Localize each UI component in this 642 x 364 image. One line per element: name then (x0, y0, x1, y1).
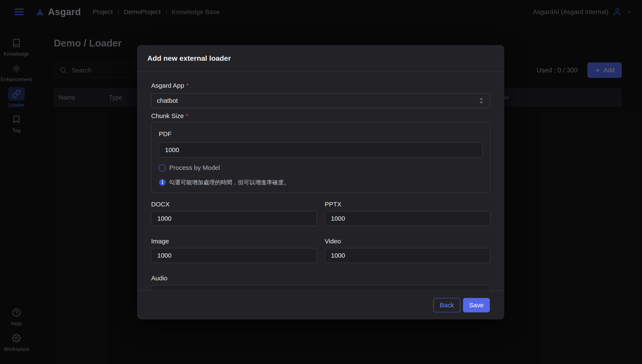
modal-title: Add new external loader (147, 54, 231, 62)
audio-chunk-size-input[interactable] (151, 285, 490, 290)
process-by-model-row: Process by Model (159, 164, 483, 172)
video-chunk-size-input[interactable] (325, 248, 490, 263)
image-chunk-size-input[interactable] (151, 248, 317, 263)
pdf-chunk-group: PDF Process by Model 勾選可能增加處理的時間，但可以增進準確… (151, 122, 490, 193)
app-root: Asgard Project / DemoProject / Knowledge… (0, 0, 642, 364)
back-button[interactable]: Back (433, 298, 460, 312)
video-field: Video (325, 238, 490, 263)
docx-label: DOCX (151, 200, 317, 208)
process-by-model-checkbox[interactable] (159, 164, 165, 171)
modal-header: Add new external loader (137, 45, 504, 72)
asgard-app-select[interactable]: chatbot (151, 93, 490, 108)
asgard-app-select-value: chatbot (157, 97, 178, 104)
video-label: Video (325, 238, 490, 245)
pdf-chunk-size-input[interactable] (159, 142, 483, 157)
pdf-label: PDF (159, 130, 483, 138)
image-video-row: Image Video (151, 238, 490, 263)
docx-chunk-size-input[interactable] (151, 211, 317, 226)
audio-field: Audio (151, 274, 490, 290)
asgard-app-label: Asgard App * (151, 82, 490, 90)
docx-field: DOCX (151, 200, 317, 226)
info-icon (159, 179, 166, 186)
pptx-field: PPTX (325, 200, 490, 226)
select-caret-icon (478, 97, 484, 104)
chunk-size-label: Chunk Size * (151, 112, 490, 120)
required-marker: * (186, 112, 188, 120)
save-button[interactable]: Save (463, 298, 490, 312)
audio-label: Audio (151, 274, 490, 282)
add-loader-modal: Add new external loader Asgard App * cha… (137, 45, 504, 320)
required-marker: * (186, 82, 189, 90)
pptx-chunk-size-input[interactable] (325, 211, 490, 226)
modal-body: Asgard App * chatbot Chunk Size * PDF Pr… (137, 72, 504, 290)
pptx-label: PPTX (325, 200, 490, 208)
info-note-row: 勾選可能增加處理的時間，但可以增進準確度。 (159, 178, 483, 186)
info-note-text: 勾選可能增加處理的時間，但可以增進準確度。 (169, 178, 289, 186)
image-field: Image (151, 238, 317, 263)
image-label: Image (151, 238, 317, 245)
modal-footer: Back Save (137, 290, 504, 320)
docx-pptx-row: DOCX PPTX (151, 200, 490, 226)
process-by-model-label: Process by Model (169, 164, 220, 172)
